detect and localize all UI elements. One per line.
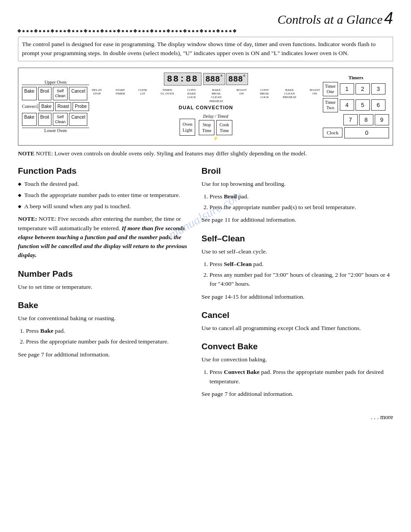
function-pads-note: NOTE: NOTE: Five seconds after entering … xyxy=(18,215,188,260)
upper-bake-button[interactable]: Bake xyxy=(22,87,37,100)
upper-broil-button[interactable]: Broil xyxy=(38,87,51,100)
intro-paragraph: The control panel is designed for ease i… xyxy=(18,37,393,61)
cancel-desc: Use to cancel all programming except Clo… xyxy=(201,324,393,333)
num-1-button[interactable]: 1 xyxy=(340,83,354,94)
timed-bake-icon: ⚡ xyxy=(213,136,218,141)
self-clean-steps: Press Self–Clean pad. Press any number p… xyxy=(201,260,393,289)
diamond-icon2 xyxy=(34,29,38,33)
clock-zero-row: Clock 0 xyxy=(323,127,389,138)
sub-label-bakepreheat: BAKEBROILCLEANPREHEAT xyxy=(210,88,223,103)
diamond-icon10 xyxy=(167,29,170,33)
convect-roast-button[interactable]: Roast xyxy=(55,102,71,111)
right-column: Broil Use for top browning and broiling.… xyxy=(201,166,393,405)
num-5-button[interactable]: 5 xyxy=(355,99,370,111)
number-pads-text: Use to set time or temperature. xyxy=(18,283,188,292)
delay-timed-group: Delay / Timed StopTime CookTime ⚡ xyxy=(199,114,232,141)
sub-label-roast: ROASTON xyxy=(236,88,247,103)
more-text: . . . more xyxy=(371,414,393,420)
lower-broil-button[interactable]: Broil xyxy=(38,113,51,126)
sub-label-convbroil: CONVBROILLOCK xyxy=(260,88,270,103)
lower-self-clean-button[interactable]: SelfClean xyxy=(53,113,68,126)
display-top: 88:88 888° 888° xyxy=(164,73,248,86)
bake-step-1: Press Bake pad. xyxy=(26,326,188,335)
convect-bake-see-page: See page 7 for additional information. xyxy=(201,390,393,399)
sub-label-delay: DELAYSTOP xyxy=(92,88,102,103)
bake-title: Bake xyxy=(18,300,188,310)
num-789-row: 7 8 9 xyxy=(323,114,389,125)
dot23 xyxy=(142,30,145,32)
bake-see-page: See page 7 for additional information. xyxy=(18,350,188,359)
dot5 xyxy=(43,30,45,32)
dot7 xyxy=(56,30,58,32)
bullet-item-2: Touch the appropriate number pads to ent… xyxy=(24,191,188,200)
cook-time-button[interactable]: CookTime xyxy=(216,120,232,135)
bottom-controls: OvenLight Delay / Timed StopTime CookTim… xyxy=(180,114,232,141)
page-header: Controls at a Glance 4 xyxy=(18,9,393,28)
bake-desc: Use for conventional baking or roasting. xyxy=(18,314,188,323)
function-pads-title: Function Pads xyxy=(18,166,188,176)
convect-bake-button[interactable]: Bake xyxy=(39,102,54,111)
oven-light-button[interactable]: OvenLight xyxy=(180,119,196,136)
timer-one-row: TimerOne 1 2 3 xyxy=(323,82,389,96)
diamond-icon8 xyxy=(133,29,137,33)
clock-button[interactable]: Clock xyxy=(323,128,342,137)
dot31 xyxy=(188,30,190,32)
diamond-icon6 xyxy=(100,29,104,33)
bake-steps: Press Bake pad. Press the appropriate nu… xyxy=(18,326,188,347)
dual-convection-label: DUAL CONVECTION xyxy=(179,105,233,110)
dot39 xyxy=(229,30,231,32)
timer-two-button[interactable]: TimerTwo xyxy=(323,98,338,112)
num-9-button[interactable]: 9 xyxy=(375,114,389,125)
dot27 xyxy=(163,30,165,32)
self-clean-desc: Use to set self–clean cycle. xyxy=(201,247,393,256)
num-0-button[interactable]: 0 xyxy=(344,127,389,138)
display-digits1: 88:88 xyxy=(164,73,201,86)
num-6-button[interactable]: 6 xyxy=(371,99,385,111)
stop-time-button[interactable]: StopTime xyxy=(199,120,214,135)
upper-cancel-button[interactable]: Cancel xyxy=(69,87,87,100)
diamond-icon7 xyxy=(117,29,120,33)
cancel-title: Cancel xyxy=(201,310,393,320)
num-7-button[interactable]: 7 xyxy=(343,114,358,125)
broil-desc: Use for top browning and broiling. xyxy=(201,180,393,189)
dot38 xyxy=(225,30,227,32)
control-diagram: Upper Oven Bake Broil SelfClean Cancel C… xyxy=(18,68,393,146)
broil-step-1: Press Broil pad. xyxy=(210,192,393,201)
function-pads-bullets: Touch the desired pad. Touch the appropr… xyxy=(18,180,188,211)
upper-self-clean-button[interactable]: SelfClean xyxy=(53,87,68,100)
broil-see-page: See page 11 for additional information. xyxy=(201,215,393,224)
diagram-note-text: NOTE: Lower oven controls on double oven… xyxy=(36,150,307,157)
dot9 xyxy=(64,30,66,32)
display-digits3: 888° xyxy=(226,73,248,85)
display-section: 88:88 888° 888° DELAYSTOP STARTTIMER COO… xyxy=(92,73,320,141)
dot25 xyxy=(155,30,157,32)
display-digits-group: 888° 888° xyxy=(203,73,248,85)
dot20 xyxy=(126,30,128,32)
timer-one-button[interactable]: TimerOne xyxy=(323,82,338,96)
num-4-button[interactable]: 4 xyxy=(340,99,354,111)
dot3 xyxy=(30,30,33,32)
num-2-button[interactable]: 2 xyxy=(355,83,370,94)
page-title: Controls at a Glance xyxy=(278,13,383,26)
num-3-button[interactable]: 3 xyxy=(371,83,385,94)
lower-cancel-button[interactable]: Cancel xyxy=(69,113,87,126)
broil-step-2: Press the appropriate number pad(s) to s… xyxy=(210,203,393,212)
number-grid-mid: 4 5 6 xyxy=(340,99,385,111)
intro-text: The control panel is designed for ease i… xyxy=(22,41,376,56)
sub-label-timed: TIMEDUL OVEN xyxy=(160,88,174,103)
lower-bake-button[interactable]: Bake xyxy=(22,113,37,126)
dot36 xyxy=(213,30,215,32)
num-8-button[interactable]: 8 xyxy=(359,114,373,125)
number-grid-bot: 7 8 9 xyxy=(343,114,389,125)
diagram-note: NOTE NOTE: Lower oven controls on double… xyxy=(18,149,393,158)
convect-section: Convect Bake Roast Probe xyxy=(22,102,89,111)
lower-buttons-row1: Bake Broil SelfClean Cancel xyxy=(22,113,89,126)
page-number: 4 xyxy=(384,9,393,27)
dot10 xyxy=(72,30,74,32)
dot4 xyxy=(39,30,41,32)
dot34 xyxy=(205,30,207,32)
dot2 xyxy=(26,30,29,32)
probe-button[interactable]: Probe xyxy=(73,102,89,111)
bullet-item-3: A beep will sound when any pad is touche… xyxy=(24,202,188,211)
dot28 xyxy=(171,30,174,32)
